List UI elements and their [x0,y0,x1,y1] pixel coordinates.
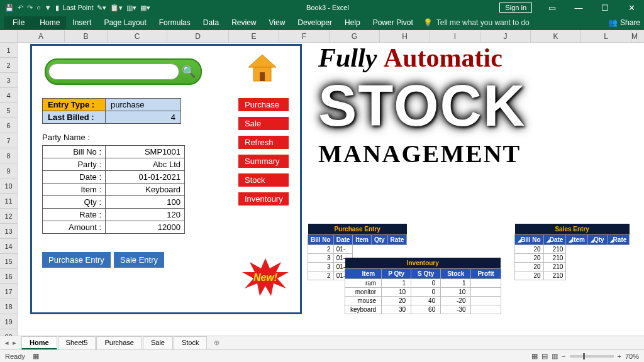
clipboard-icon[interactable]: 📋▾ [110,4,123,12]
table-icon[interactable]: ▦▾ [140,4,150,12]
bill-field-label: Item : [43,184,106,196]
new-badge: New! [238,257,292,301]
tab-developer[interactable]: Developer [291,16,338,29]
svg-text:New!: New! [253,272,278,283]
sheet-tab-sale[interactable]: Sale [143,336,173,349]
ribbon-options-icon[interactable]: ▭ [540,0,565,15]
sheet-next-icon[interactable]: ▸ [13,339,16,347]
filter-icon[interactable]: ▼ [45,4,52,11]
nav-refresh-button[interactable]: Refresh [238,136,289,149]
sheet-tab-home[interactable]: Home [21,336,57,349]
zoom-in-icon[interactable]: + [618,353,621,360]
tellme-input[interactable]: 💡Tell me what you want to do [423,18,530,27]
search-icon[interactable]: 🔍 [179,65,198,79]
zoom-out-icon[interactable]: − [562,353,565,360]
circle-icon[interactable]: ○ [36,4,41,11]
tab-insert[interactable]: Insert [66,16,97,29]
share-icon: 👥 [608,18,618,27]
minimize-icon[interactable]: — [566,0,591,15]
tab-formulas[interactable]: Formulas [153,16,197,29]
sale-entry-button[interactable]: Sale Entry [114,252,164,268]
status-ready: Ready [5,353,25,360]
nav-purchase-button[interactable]: Purchase [238,98,289,111]
search-bar[interactable]: 🔍 [45,58,202,85]
macro-icon[interactable]: ▦ [33,352,39,360]
tab-home[interactable]: Home [33,16,66,29]
bill-field-value[interactable]: Abc Ltd [106,158,185,171]
maximize-icon[interactable]: ☐ [592,0,618,15]
entry-type-label: Entry Type : [43,99,106,111]
svg-rect-2 [260,72,265,81]
chart-icon[interactable]: ▮ [55,4,59,12]
save-icon[interactable]: 💾 [5,4,14,12]
share-button[interactable]: 👥Share [608,18,640,27]
bill-field-value[interactable]: Keyboard [106,184,185,196]
row-headers[interactable]: 1234567891011121314151617181920 [0,43,18,344]
nav-inventoury-button[interactable]: Inventoury [238,192,289,206]
undo-icon[interactable]: ↶ [18,4,23,12]
bill-field-label: Amount : [43,221,106,234]
bill-field-label: Date : [43,171,106,184]
bill-field-value[interactable]: 12000 [106,221,185,234]
view-normal-icon[interactable]: ▦ [531,352,538,360]
zoom-slider[interactable] [570,355,614,358]
column-headers[interactable]: ABCDEFGHIJKLM [0,30,644,43]
bill-field-value[interactable]: SMP1001 [106,146,185,158]
zoom-value[interactable]: 70% [625,353,639,360]
new-sheet-icon[interactable]: ⊕ [208,339,226,347]
tab-file[interactable]: File [4,16,33,29]
bill-field-label: Party : [43,158,106,171]
redo-icon[interactable]: ↷ [27,4,33,12]
bill-field-value[interactable]: 01-01-2021 [106,171,185,184]
dashboard-panel: 🔍 Entry Type :purchase Last Billed :4 Pa… [30,44,302,314]
view-pagebreak-icon[interactable]: ▥ [552,352,558,360]
last-billed-value[interactable]: 4 [106,111,181,124]
signin-button[interactable]: Sign in [499,3,532,13]
tab-view[interactable]: View [263,16,292,29]
entry-info-table: Entry Type :purchase Last Billed :4 [42,98,181,124]
sheet-tab-sheet5[interactable]: Sheet5 [58,336,96,349]
view-pagelayout-icon[interactable]: ▤ [541,352,548,360]
worksheet-grid[interactable]: 🔍 Entry Type :purchase Last Billed :4 Pa… [18,43,644,344]
doc-icon[interactable]: ▥▾ [126,4,136,12]
lastpoint-label: Last Point [63,4,94,11]
bill-field-value[interactable]: 120 [106,209,185,221]
bill-field-label: Qty : [43,196,106,209]
promo-graphic: Fully Automatic STOCK MANAGEMENT [318,43,644,168]
tab-powerpivot[interactable]: Power Pivot [367,16,419,29]
last-billed-label: Last Billed : [43,111,106,124]
nav-sale-button[interactable]: Sale [238,117,289,130]
nav-summary-button[interactable]: Summary [238,155,289,168]
tab-pagelayout[interactable]: Page Layout [97,16,152,29]
party-name-label: Party Name : [42,133,90,142]
window-title: Book3 - Excel [155,4,499,11]
sheet-prev-icon[interactable]: ◂ [5,339,9,347]
sheet-tab-stock[interactable]: Stock [174,336,208,349]
search-input[interactable] [48,63,179,80]
bill-table: Bill No :SMP1001Party :Abc LtdDate :01-0… [42,145,185,234]
tab-review[interactable]: Review [225,16,262,29]
close-icon[interactable]: ✕ [619,0,644,15]
pen-icon[interactable]: ✎▾ [97,4,106,12]
bill-field-label: Rate : [43,209,106,221]
tab-help[interactable]: Help [338,16,367,29]
sales-entry-table: Sales Entry ◢Bill No◢Date◢Item◢Qty◢Rate … [514,224,630,280]
entry-type-value[interactable]: purchase [106,99,181,111]
inventoury-table: Inventoury ItemP QtyS QtyStockProfit ram… [345,258,501,314]
ribbon-tabs: File Home Insert Page Layout Formulas Da… [0,15,644,30]
svg-marker-0 [248,55,276,67]
sheet-tab-purchase[interactable]: Purchase [96,336,142,349]
tab-data[interactable]: Data [197,16,225,29]
bill-field-label: Bill No : [43,146,106,158]
home-icon[interactable] [245,53,280,87]
nav-stock-button[interactable]: Stock [238,173,289,187]
purchase-entry-button[interactable]: Purchase Entry [42,252,111,268]
status-bar: Ready ▦ ▦ ▤ ▥ − + 70% [0,349,644,362]
bill-field-value[interactable]: 100 [106,196,185,209]
sheet-tabs: ◂▸ HomeSheet5PurchaseSaleStock ⊕ [0,336,644,349]
bulb-icon: 💡 [423,18,433,27]
